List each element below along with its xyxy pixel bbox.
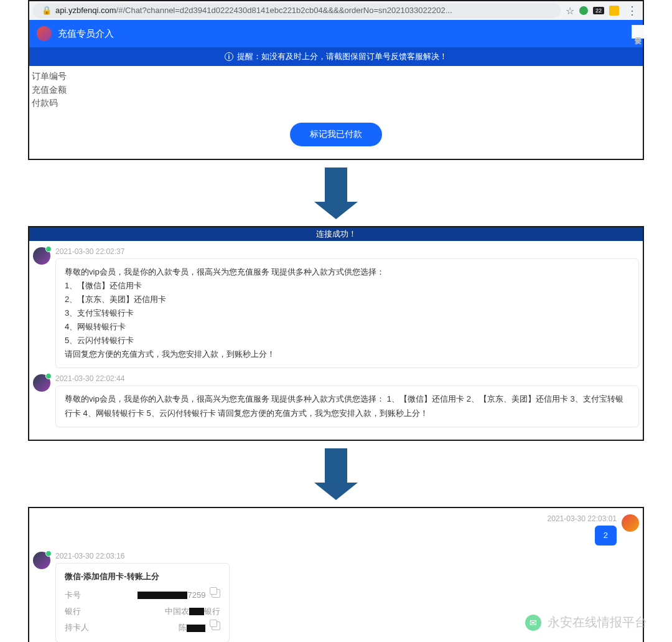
message-bubble: 尊敬的vip会员，我是你的入款专员，很高兴为您充值服务 现提供多种入款方式供您选… [55, 258, 639, 369]
order-paycode-label: 付款码 [32, 97, 640, 110]
bank-row: 银行 中国农银行 [65, 603, 220, 620]
order-info: 订单编号 充值金额 付款码 [29, 66, 643, 111]
card-no-label: 卡号 [65, 588, 81, 602]
user-avatar [622, 514, 639, 532]
bank-label: 银行 [65, 605, 81, 618]
message-timestamp: 2021-03-30 22:02:37 [55, 247, 639, 256]
browser-bar: 🔒 api.yzbfenqi.com /#/Chat?channel=d2d39… [29, 1, 643, 20]
redacted [189, 608, 204, 615]
agent-avatar [33, 374, 50, 392]
message-timestamp: 2021-03-30 22:03:16 [55, 552, 639, 560]
notice-bar: i 提醒：如没有及时上分，请截图保留订单号反馈客服解决！ [29, 47, 643, 66]
flow-arrow-icon [325, 168, 347, 202]
order-no-label: 订单编号 [32, 70, 640, 83]
user-message-bubble: 2 [595, 526, 617, 545]
bank-value: 中国农银行 [165, 605, 220, 618]
flow-arrow-icon [325, 448, 347, 483]
card-info-bubble: 微信-添加信用卡-转账上分 卡号 7259 银行 中国农银行 [55, 563, 230, 642]
chat-message: 2021-03-30 22:02:37 尊敬的vip会员，我是你的入款专员，很高… [33, 247, 639, 369]
card-no-value: 7259 [138, 588, 220, 602]
chat-panel-1: 连接成功！ 2021-03-30 22:02:37 尊敬的vip会员，我是你的入… [28, 226, 644, 441]
mark-paid-button[interactable]: 标记我已付款 [290, 123, 382, 146]
menu-dots-icon[interactable]: ⋮ [627, 4, 637, 17]
copy-icon[interactable] [212, 589, 220, 598]
redacted [138, 592, 187, 599]
page-title-bar: 充值专员介入 [29, 20, 643, 47]
star-icon[interactable]: ☆ [566, 5, 574, 17]
payment-panel: 🔒 api.yzbfenqi.com /#/Chat?channel=d2d39… [28, 0, 644, 160]
chat-message-user: 2021-03-30 22:03:01 2 [33, 514, 639, 545]
https-icon: 🔒 [42, 3, 52, 18]
url-host: api.yzbfenqi.com [55, 3, 116, 18]
url-path: /#/Chat?channel=d2d3941d0222430d8141ebc2… [116, 3, 452, 18]
side-tab[interactable]: 安全锁屏 [632, 25, 644, 39]
message-timestamp: 2021-03-30 22:02:44 [55, 374, 639, 383]
chat-message: 2021-03-30 22:03:16 微信-添加信用卡-转账上分 卡号 725… [33, 552, 639, 642]
card-title: 微信-添加信用卡-转账上分 [65, 570, 220, 583]
message-bubble: 尊敬的vip会员，我是你的入款专员，很高兴为您充值服务 现提供多种入款方式供您选… [55, 385, 639, 427]
chat-panel-2: 2021-03-30 22:03:01 2 2021-03-30 22:03:1… [28, 507, 644, 642]
card-no-row: 卡号 7259 [65, 587, 220, 603]
order-amount-label: 充值金额 [32, 83, 640, 97]
holder-value: 陈 [179, 621, 220, 635]
browser-actions: ☆ 22 ⋮ [566, 4, 639, 17]
info-icon: i [225, 52, 233, 61]
extension-icon-1[interactable] [579, 6, 588, 15]
redacted [187, 625, 205, 632]
avatar [37, 26, 52, 41]
chat-status-header: 连接成功！ [29, 227, 643, 241]
copy-icon[interactable] [212, 621, 220, 630]
extension-badge: 22 [593, 7, 604, 14]
holder-row: 持卡人 陈 [65, 620, 220, 636]
page-title: 充值专员介入 [58, 28, 114, 40]
extension-icon-2[interactable] [609, 6, 619, 16]
agent-avatar [33, 552, 50, 569]
agent-avatar [33, 247, 50, 265]
message-timestamp: 2021-03-30 22:03:01 [548, 514, 617, 523]
holder-label: 持卡人 [65, 621, 89, 635]
chat-message: 2021-03-30 22:02:44 尊敬的vip会员，我是你的入款专员，很高… [33, 374, 639, 427]
notice-text: 提醒：如没有及时上分，请截图保留订单号反馈客服解决！ [237, 51, 447, 62]
url-bar[interactable]: 🔒 api.yzbfenqi.com /#/Chat?channel=d2d39… [33, 3, 561, 18]
